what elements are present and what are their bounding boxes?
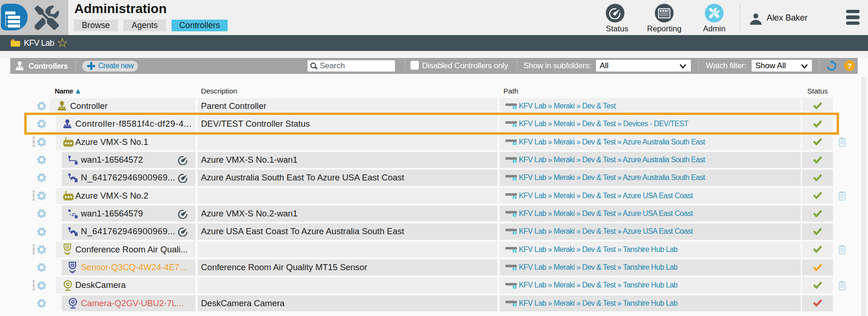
svg-text:z: z bbox=[70, 212, 72, 215]
